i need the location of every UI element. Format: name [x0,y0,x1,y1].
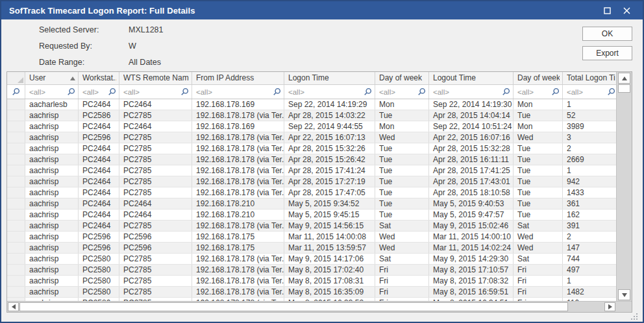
cell-from-ip[interactable]: 192.168.178.178 (via Ter... [192,254,284,264]
cell-day-of-week[interactable]: Tue [375,209,429,220]
cell-workstation[interactable]: PC2464 [79,176,119,187]
cell-logout-time[interactable]: May 8, 2015 17:08:32 [429,276,514,286]
cell-day-of-week[interactable]: Fri [375,287,429,297]
row-indicator[interactable] [7,121,25,132]
vertical-scrollbar-thumb[interactable] [618,84,630,93]
cell-workstation[interactable]: PC2596 [79,243,119,253]
table-row[interactable]: aachrispPC2464PC2785192.168.178.178 (via… [7,143,616,154]
cell-wts-remote[interactable]: PC2785 [119,154,192,165]
cell-day-of-week2[interactable]: Fri [514,276,563,286]
cell-from-ip[interactable]: 192.168.178.178 (via Ter... [192,287,284,297]
scroll-down-button[interactable] [618,289,630,300]
cell-user[interactable]: aachrisp [25,187,79,198]
cell-logout-time[interactable]: Apr 28, 2015 18:10:58 [429,187,514,198]
cell-from-ip[interactable]: 192.168.178.178 (via Ter... [192,187,284,198]
cell-logout-time[interactable]: Apr 28, 2015 17:41:25 [429,165,514,176]
cell-from-ip[interactable]: 192.168.178.178 (via Ter... [192,143,284,154]
maximize-button[interactable] [597,3,617,18]
ok-button[interactable]: OK [582,27,632,41]
scroll-up-button[interactable] [618,73,630,84]
cell-day-of-week[interactable]: Mon [375,121,429,132]
cell-user[interactable]: aachrisp [25,132,79,143]
vertical-scrollbar-track[interactable] [617,93,632,289]
cell-day-of-week2[interactable]: Tue [514,176,563,187]
cell-from-ip[interactable]: 192.168.178.178 (via Ter... [192,176,284,187]
filter-cell-from-ip[interactable]: <all> [192,85,284,99]
filter-cell-day-of-week2[interactable]: <all> [514,85,563,99]
cell-total-time[interactable]: 1433 [563,187,616,198]
cell-total-time[interactable]: 2 [563,143,616,154]
cell-wts-remote[interactable]: PC2785 [119,110,192,121]
cell-logon-time[interactable]: Apr 28, 2015 17:41:24 [284,165,375,176]
cell-total-time[interactable]: 52 [563,110,616,121]
cell-logon-time[interactable]: May 5, 2015 9:45:15 [284,209,375,220]
cell-logout-time[interactable]: Apr 28, 2015 17:43:01 [429,176,514,187]
row-filter-cell[interactable] [7,85,25,99]
cell-day-of-week[interactable]: Tue [375,110,429,121]
cell-logon-time[interactable]: May 9, 2015 14:17:06 [284,254,375,264]
cell-total-time[interactable]: 3989 [563,121,616,132]
horizontal-scrollbar-thumb[interactable] [19,302,568,311]
cell-user[interactable]: aachrisp [25,276,79,286]
horizontal-scrollbar[interactable] [7,302,616,312]
cell-day-of-week2[interactable]: Sat [514,221,563,231]
cell-total-time[interactable]: 1 [563,276,616,286]
table-row[interactable]: aachrispPC2580PC2785192.168.178.178 (via… [7,276,616,287]
cell-user[interactable]: aachrisp [25,254,79,264]
cell-from-ip[interactable]: 192.168.178.175 [192,232,284,242]
row-indicator[interactable] [7,221,25,231]
cell-day-of-week2[interactable]: Mon [514,99,563,110]
cell-day-of-week[interactable]: Mon [375,99,429,110]
cell-day-of-week[interactable]: Tue [375,154,429,165]
filter-cell-logout-time[interactable]: <all> [429,85,514,99]
search-icon[interactable] [108,88,116,96]
row-indicator[interactable] [7,132,25,143]
cell-total-time[interactable]: 361 [563,198,616,209]
column-header-user[interactable]: User [25,72,79,84]
cell-workstation[interactable]: PC2464 [79,154,119,165]
cell-logon-time[interactable]: May 8, 2015 16:35:09 [284,287,375,297]
cell-workstation[interactable]: PC2580 [79,276,119,286]
cell-day-of-week[interactable]: Fri [375,276,429,286]
cell-logon-time[interactable]: Apr 28, 2015 15:32:26 [284,143,375,154]
table-row[interactable]: aachrispPC2464PC2464192.168.178.210May 5… [7,198,616,209]
search-icon[interactable] [607,88,615,96]
cell-user[interactable]: aachrisp [25,243,79,253]
table-row[interactable]: aachrispPC2596PC2785192.168.178.178 (via… [7,132,616,143]
cell-day-of-week[interactable]: Tue [375,143,429,154]
cell-logout-time[interactable]: May 9, 2015 15:02:46 [429,221,514,231]
cell-total-time[interactable]: 1 [563,165,616,176]
cell-workstation[interactable]: PC2464 [79,209,119,220]
cell-day-of-week[interactable]: Wed [375,243,429,253]
cell-user[interactable]: aachrisp [25,165,79,176]
column-header-wts-remote[interactable]: WTS Remote Name [119,72,192,84]
filter-cell-wts-remote[interactable]: <all> [119,85,192,99]
row-indicator[interactable] [7,243,25,253]
cell-user[interactable]: aachrisp [25,221,79,231]
cell-workstation[interactable]: PC2464 [79,121,119,132]
cell-total-time[interactable]: 1 [563,99,616,110]
cell-day-of-week[interactable]: Fri [375,265,429,275]
cell-wts-remote[interactable]: PC2464 [119,99,192,110]
column-header-from-ip[interactable]: From IP Address [192,72,284,84]
cell-logon-time[interactable]: May 8, 2015 17:02:40 [284,265,375,275]
cell-logout-time[interactable]: Mar 11, 2015 14:02:24 [429,243,514,253]
cell-user[interactable]: aachrisp [25,121,79,132]
cell-wts-remote[interactable]: PC2464 [119,121,192,132]
cell-day-of-week[interactable]: Wed [375,232,429,242]
scroll-left-button[interactable] [8,302,19,311]
cell-user[interactable]: aachrisp [25,110,79,121]
search-icon[interactable] [551,88,560,96]
cell-workstation[interactable]: PC2464 [79,221,119,231]
column-header-day-of-week[interactable]: Day of week [375,72,429,84]
cell-workstation[interactable]: PC2464 [79,187,119,198]
filter-cell-logon-time[interactable]: <all> [284,85,375,99]
table-row[interactable]: aachrispPC2464PC2785192.168.178.178 (via… [7,165,616,176]
cell-wts-remote[interactable]: PC2785 [119,165,192,176]
cell-user[interactable]: aachrisp [25,154,79,165]
search-icon[interactable] [417,88,426,96]
filter-cell-total-time[interactable]: <all> [563,85,616,99]
table-row[interactable]: aachrispPC2464PC2785192.168.178.178 (via… [7,154,616,165]
cell-day-of-week2[interactable]: Wed [514,243,563,253]
cell-wts-remote[interactable]: PC2464 [119,209,192,220]
